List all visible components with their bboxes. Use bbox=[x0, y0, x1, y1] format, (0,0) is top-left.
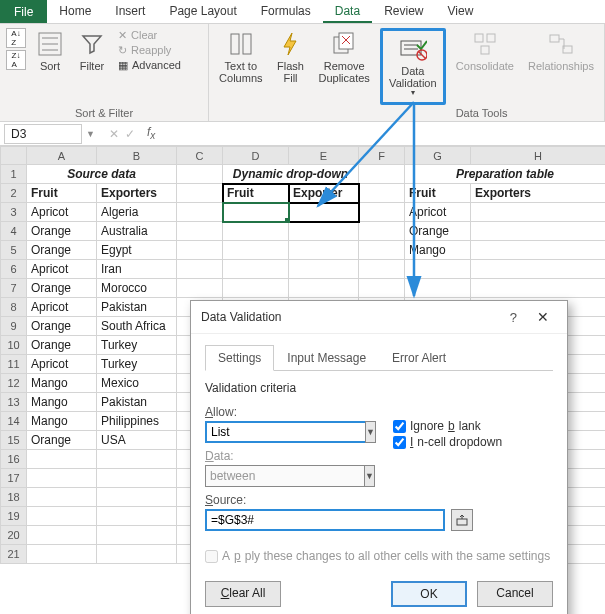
row-header[interactable]: 4 bbox=[1, 222, 27, 241]
row-header[interactable]: 7 bbox=[1, 279, 27, 298]
grid-cell[interactable]: Australia bbox=[97, 222, 177, 241]
tab-page-layout[interactable]: Page Layout bbox=[157, 0, 248, 23]
grid-cell[interactable]: Mango bbox=[405, 241, 471, 260]
grid-cell[interactable] bbox=[27, 488, 97, 507]
grid-cell[interactable] bbox=[27, 545, 97, 564]
grid-cell[interactable] bbox=[289, 222, 359, 241]
grid-cell[interactable]: Orange bbox=[27, 241, 97, 260]
grid-cell[interactable]: Orange bbox=[27, 222, 97, 241]
flash-fill-button[interactable]: Flash Fill bbox=[273, 28, 309, 86]
grid-cell[interactable]: Turkey bbox=[97, 355, 177, 374]
tab-review[interactable]: Review bbox=[372, 0, 435, 23]
help-button[interactable]: ? bbox=[498, 310, 529, 325]
row-header[interactable]: 19 bbox=[1, 507, 27, 526]
sort-button[interactable]: Sort bbox=[32, 28, 68, 74]
col-header[interactable]: C bbox=[177, 147, 223, 165]
grid-cell[interactable]: Pakistan bbox=[97, 393, 177, 412]
grid-cell[interactable] bbox=[359, 203, 405, 222]
col-header[interactable]: D bbox=[223, 147, 289, 165]
grid-cell[interactable]: Apricot bbox=[27, 355, 97, 374]
source-input[interactable] bbox=[205, 509, 445, 531]
grid-cell[interactable] bbox=[471, 241, 606, 260]
grid-cell[interactable] bbox=[27, 526, 97, 545]
grid-cell[interactable] bbox=[405, 260, 471, 279]
section-header[interactable]: Source data bbox=[27, 165, 177, 184]
grid-cell[interactable]: Turkey bbox=[97, 336, 177, 355]
row-header[interactable]: 13 bbox=[1, 393, 27, 412]
section-header[interactable]: Preparation table bbox=[405, 165, 606, 184]
grid-cell[interactable] bbox=[223, 241, 289, 260]
grid-cell[interactable] bbox=[97, 469, 177, 488]
row-header[interactable]: 15 bbox=[1, 431, 27, 450]
grid-cell[interactable]: Orange bbox=[27, 317, 97, 336]
grid-cell[interactable]: Algeria bbox=[97, 203, 177, 222]
grid-cell[interactable] bbox=[223, 203, 289, 222]
sort-az-za[interactable]: A↓Z Z↓A bbox=[6, 28, 26, 70]
table-header-cell[interactable]: Fruit bbox=[223, 184, 289, 203]
row-header[interactable]: 17 bbox=[1, 469, 27, 488]
grid-cell[interactable] bbox=[359, 279, 405, 298]
grid-cell[interactable] bbox=[177, 203, 223, 222]
row-header[interactable]: 10 bbox=[1, 336, 27, 355]
name-box[interactable]: D3 bbox=[4, 124, 82, 144]
grid-cell[interactable] bbox=[97, 526, 177, 545]
grid-cell[interactable]: Mango bbox=[27, 393, 97, 412]
namebox-chevron-icon[interactable]: ▼ bbox=[86, 129, 103, 139]
row-header[interactable]: 21 bbox=[1, 545, 27, 564]
row-header[interactable]: 20 bbox=[1, 526, 27, 545]
table-header-cell[interactable]: Fruit bbox=[27, 184, 97, 203]
col-header[interactable]: H bbox=[471, 147, 606, 165]
text-to-columns-button[interactable]: Text to Columns bbox=[215, 28, 266, 86]
tab-view[interactable]: View bbox=[436, 0, 486, 23]
col-header[interactable]: A bbox=[27, 147, 97, 165]
tab-input-message[interactable]: Input Message bbox=[274, 345, 379, 371]
tab-insert[interactable]: Insert bbox=[103, 0, 157, 23]
grid-cell[interactable] bbox=[27, 507, 97, 526]
allow-value[interactable] bbox=[205, 421, 365, 443]
grid-cell[interactable]: Mango bbox=[27, 374, 97, 393]
table-header-cell[interactable]: Fruit bbox=[405, 184, 471, 203]
row-header[interactable]: 3 bbox=[1, 203, 27, 222]
formula-input[interactable] bbox=[161, 132, 605, 136]
tab-settings[interactable]: Settings bbox=[205, 345, 274, 371]
row-header[interactable]: 9 bbox=[1, 317, 27, 336]
grid-cell[interactable]: Morocco bbox=[97, 279, 177, 298]
grid-cell[interactable]: South Africa bbox=[97, 317, 177, 336]
grid-cell[interactable] bbox=[471, 203, 606, 222]
grid-cell[interactable] bbox=[359, 222, 405, 241]
grid-cell[interactable]: Apricot bbox=[27, 203, 97, 222]
table-header-cell[interactable]: Exporters bbox=[471, 184, 606, 203]
row-header[interactable]: 8 bbox=[1, 298, 27, 317]
grid-cell[interactable] bbox=[289, 203, 359, 222]
grid-cell[interactable] bbox=[97, 488, 177, 507]
consolidate-button[interactable]: Consolidate bbox=[452, 28, 518, 74]
clear-all-button[interactable]: Clear All bbox=[205, 581, 281, 607]
grid-cell[interactable] bbox=[289, 241, 359, 260]
section-header[interactable]: Dynamic drop-down bbox=[223, 165, 359, 184]
col-header[interactable]: F bbox=[359, 147, 405, 165]
grid-cell[interactable]: Orange bbox=[405, 222, 471, 241]
grid-cell[interactable] bbox=[471, 260, 606, 279]
select-all-corner[interactable] bbox=[1, 147, 27, 165]
range-picker-icon[interactable] bbox=[451, 509, 473, 531]
row-header[interactable]: 14 bbox=[1, 412, 27, 431]
grid-cell[interactable] bbox=[27, 450, 97, 469]
row-header[interactable]: 16 bbox=[1, 450, 27, 469]
chevron-down-icon[interactable]: ▼ bbox=[365, 421, 376, 443]
grid-cell[interactable]: Philippines bbox=[97, 412, 177, 431]
tab-home[interactable]: Home bbox=[47, 0, 103, 23]
remove-duplicates-button[interactable]: Remove Duplicates bbox=[315, 28, 374, 86]
grid-cell[interactable]: Orange bbox=[27, 336, 97, 355]
grid-cell[interactable] bbox=[177, 222, 223, 241]
tab-formulas[interactable]: Formulas bbox=[249, 0, 323, 23]
grid-cell[interactable] bbox=[471, 279, 606, 298]
grid-cell[interactable] bbox=[289, 260, 359, 279]
tab-error-alert[interactable]: Error Alert bbox=[379, 345, 459, 371]
col-header[interactable]: E bbox=[289, 147, 359, 165]
close-icon[interactable]: ✕ bbox=[529, 309, 557, 325]
col-header[interactable]: G bbox=[405, 147, 471, 165]
tab-data[interactable]: Data bbox=[323, 0, 372, 23]
grid-cell[interactable]: Egypt bbox=[97, 241, 177, 260]
row-header[interactable]: 1 bbox=[1, 165, 27, 184]
row-header[interactable]: 6 bbox=[1, 260, 27, 279]
